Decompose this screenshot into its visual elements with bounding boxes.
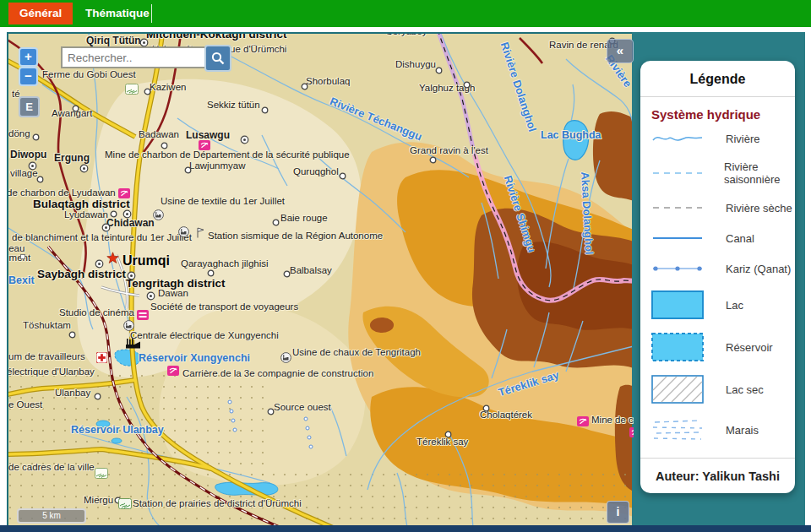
circle-marker — [72, 105, 79, 112]
search-button[interactable] — [204, 45, 231, 72]
circle-marker — [429, 156, 437, 164]
smallsq-marker — [20, 254, 25, 259]
circle-marker — [463, 81, 471, 89]
map-label: Quruqghol — [293, 166, 339, 176]
tab-general[interactable]: Général — [8, 3, 73, 24]
legend-item-label: Marais — [726, 424, 759, 437]
map-label: Badawan — [139, 129, 179, 139]
map-labels: Qiriq TütünMitchuen-Koktagh districtSery… — [8, 34, 634, 527]
map-label: Bexit — [8, 274, 35, 286]
circle-marker — [301, 83, 308, 90]
lacsec-swatch-icon — [651, 375, 705, 404]
legend-item-riviere: Rivière — [651, 130, 795, 147]
marais-swatch-icon — [651, 417, 705, 442]
map-label: Baie rouge — [280, 213, 328, 223]
tab-bar: Général Thématique — [0, 0, 811, 27]
map-label: e Ouest — [8, 399, 42, 410]
map-label: Réservoir Xungyenchi — [139, 352, 250, 364]
map-label: Mine de charbon de Département de la séc… — [105, 149, 350, 160]
tab-thematique[interactable]: Thématique — [74, 3, 161, 24]
zoom-in-button[interactable]: + — [19, 47, 38, 67]
legend-item-label: Lac sec — [726, 383, 764, 396]
zoom-out-button[interactable]: − — [19, 67, 38, 86]
collapse-panel-button[interactable]: « — [607, 39, 634, 63]
map-label: Qarayaghach jilghisi — [181, 258, 269, 269]
map-label: Station sismique de la Région Autonome — [208, 231, 383, 241]
factory-marker — [178, 226, 189, 237]
map-label: Ferme du Gobi Ouest — [42, 69, 136, 79]
dotcircle-marker — [28, 161, 37, 171]
legend-item-riviere-seche: Rivière sèche — [651, 199, 795, 216]
tab-separator — [151, 4, 152, 23]
map-label: Grand ravin à l'est — [410, 145, 488, 155]
factory-marker — [280, 352, 291, 363]
search-icon — [211, 52, 225, 65]
flag-marker — [196, 227, 205, 238]
bigfactory-marker — [125, 338, 142, 349]
map-label: Dishuygu — [395, 59, 436, 69]
legend-panel: Légende Système hydrique RivièreRivière … — [632, 32, 805, 525]
map-label: Urumqi — [122, 253, 170, 269]
legend-item-label: Réservoir — [726, 341, 773, 354]
legend-author: Auteur: Yalikun Tashi — [640, 458, 795, 493]
map-label: Station de prairies de district d'Ürümch… — [133, 498, 302, 508]
star-marker — [106, 252, 119, 264]
map-label: Usine de chaux de Tengritagh — [292, 347, 421, 357]
circle-marker — [482, 404, 490, 412]
map-viewport[interactable]: Qiriq TütünMitchuen-Koktagh districtSery… — [7, 32, 635, 529]
circle-marker — [32, 133, 40, 141]
dotcircle-marker — [122, 209, 132, 219]
map-label: Mine de cu — [591, 415, 635, 425]
legend-items: RivièreRivière saisonnièreRivière sècheC… — [640, 130, 795, 458]
map-label: Balbalsay — [290, 265, 332, 275]
kariz-swatch-icon — [651, 260, 705, 277]
map-label: électrique d'Ulanbay — [7, 366, 95, 377]
map-label: de charbon de Lyudawan — [7, 187, 116, 198]
map-label: Aksa Dolanghol — [579, 171, 596, 255]
search-input[interactable] — [61, 46, 216, 68]
dotcircle-marker — [101, 223, 111, 232]
mine-marker — [118, 188, 130, 198]
legend-title: Légende — [640, 61, 795, 97]
farm-marker — [95, 468, 108, 479]
circle-marker — [110, 210, 117, 218]
app-window: Général Thématique — [0, 0, 811, 532]
map-label: Diwopu — [10, 149, 46, 160]
scale-bar: 5 km — [17, 508, 86, 524]
extent-button[interactable]: E — [19, 96, 40, 117]
legend-item-label: Rivière — [726, 133, 759, 145]
circle-marker — [94, 393, 101, 400]
map-label: Lac Bughda — [541, 129, 601, 141]
legend-item-lac-sec: Lac sec — [651, 375, 795, 404]
map-label: Sekkiz tütün — [207, 100, 260, 110]
map-label: Réservoir Ulanbay — [71, 424, 164, 436]
legend-item-kariz: Kariz (Qanat) — [651, 260, 795, 277]
dashblue-swatch-icon — [651, 165, 704, 182]
legend-item-riviere-saisonniere: Rivière saisonnière — [651, 160, 795, 186]
prairie-marker — [118, 498, 132, 509]
circle-marker — [161, 142, 168, 149]
map-label: Shorbulaq — [306, 76, 350, 86]
map-label: Mitchuen-Koktagh district — [146, 32, 287, 41]
legend-item-label: Canal — [726, 232, 754, 245]
map-label: Chidawan — [106, 217, 155, 229]
map-label: Société de transport de voyageurs — [150, 301, 298, 312]
map-label: Bulaqtagh district — [33, 198, 130, 210]
circle-marker — [272, 219, 280, 226]
legend-item-marais: Marais — [651, 417, 795, 442]
circle-marker — [283, 270, 291, 278]
legend-item-label: Rivière sèche — [726, 202, 792, 214]
map-label: um de travailleurs — [8, 351, 85, 361]
circle-marker — [144, 88, 151, 95]
farm-marker — [125, 84, 139, 95]
map-label: Téreklik say — [416, 437, 468, 447]
info-button[interactable]: i — [607, 501, 629, 524]
legend-item-label: Kariz (Qanat) — [726, 263, 791, 275]
map-label: Kaziwen — [150, 82, 186, 92]
circle-marker — [261, 106, 269, 114]
factory-marker — [153, 209, 164, 220]
map-label: Rivière Shimgu — [502, 174, 539, 254]
dotcircle-marker — [127, 271, 136, 280]
map-label: döng — [8, 128, 30, 138]
dashgray-swatch-icon — [651, 199, 705, 216]
